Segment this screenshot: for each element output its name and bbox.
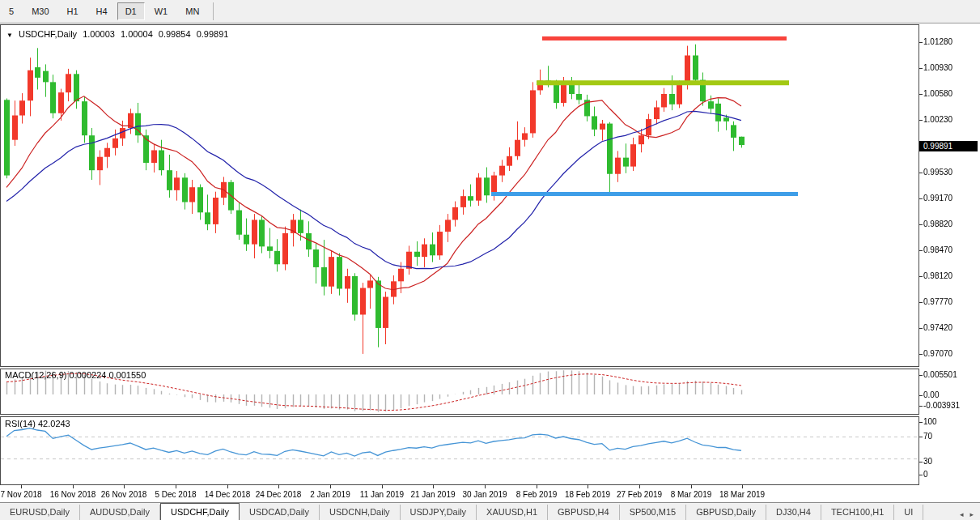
macd-axis-label: 0.005501 xyxy=(923,370,957,379)
rsi-axis-label: 0 xyxy=(923,470,928,479)
quote-open: 1.00003 xyxy=(83,29,115,39)
tab-USDCNH-Daily[interactable]: USDCNH,Daily xyxy=(320,505,401,520)
timeframe-m30[interactable]: M30 xyxy=(23,2,57,20)
price-chart-canvas[interactable] xyxy=(0,23,980,502)
date-axis-label: 2 Jan 2019 xyxy=(310,490,350,499)
tab-TECH100-H1[interactable]: TECH100,H1 xyxy=(821,505,894,520)
chart-tabs-bar: EURUSD,DailyAUDUSD,DailyUSDCHF,DailyUSDC… xyxy=(0,502,980,520)
timeframe-d1[interactable]: D1 xyxy=(117,2,145,20)
price-axis-label: 0.97420 xyxy=(923,323,952,332)
macd-label: MACD(12,26,9) xyxy=(5,370,66,380)
tab-GBPUSD-H4[interactable]: GBPUSD,H4 xyxy=(548,505,620,520)
tab-scroll-arrows: ◂▸ xyxy=(957,509,980,520)
timeframe-toolbar: 5M30H1H4D1W1MN xyxy=(0,0,980,23)
chart-title: ▼ USDCHF,Daily 1.00003 1.00004 0.99854 0… xyxy=(6,29,231,39)
tab-USDJPY-Daily[interactable]: USDJPY,Daily xyxy=(401,505,477,520)
price-axis-label: 0.98470 xyxy=(923,245,952,254)
chart-symbol-label: USDCHF,Daily xyxy=(19,29,77,39)
macd-indicator-title: MACD(12,26,9) 0.000224 0.001550 xyxy=(5,370,146,380)
macd-axis-label: -0.003931 xyxy=(923,401,960,410)
price-axis-label: 1.00580 xyxy=(923,89,952,98)
collapse-chart-icon[interactable]: ▼ xyxy=(6,32,13,39)
price-axis-label: 0.97070 xyxy=(923,349,952,358)
date-axis-label: 14 Dec 2018 xyxy=(205,490,251,499)
tab-SP500-M15[interactable]: SP500,M15 xyxy=(620,505,686,520)
price-axis-label: 0.99170 xyxy=(923,194,952,202)
date-axis-label: 24 Dec 2018 xyxy=(256,490,302,499)
date-axis-label: 8 Mar 2019 xyxy=(671,490,712,499)
tab-UI[interactable]: UI xyxy=(894,505,923,520)
tab-GBPUSD-Daily[interactable]: GBPUSD,Daily xyxy=(686,505,766,520)
date-axis-label: 21 Jan 2019 xyxy=(410,490,455,499)
tab-DJ30-H4[interactable]: DJ30,H4 xyxy=(766,505,821,520)
date-axis-label: 11 Jan 2019 xyxy=(360,490,404,499)
timeframe-h4[interactable]: H4 xyxy=(88,2,116,20)
macd-axis-label: 0.00 xyxy=(923,390,939,399)
date-axis-label: 18 Mar 2019 xyxy=(719,490,765,499)
rsi-axis-label: 30 xyxy=(923,457,932,466)
rsi-value: 42.0243 xyxy=(38,419,70,428)
macd-signal-value: 0.001550 xyxy=(108,370,146,380)
date-axis-label: 5 Dec 2018 xyxy=(155,490,196,499)
tab-scroll-left-icon[interactable]: ◂ xyxy=(957,509,967,520)
price-axis-label: 0.98120 xyxy=(923,271,952,280)
price-axis-label: 1.01280 xyxy=(923,37,952,46)
tab-USDCHF-Daily[interactable]: USDCHF,Daily xyxy=(160,503,240,520)
toolbar-separator xyxy=(213,2,214,20)
date-axis-label: 8 Feb 2019 xyxy=(516,490,558,499)
rsi-label: RSI(14) xyxy=(5,419,36,428)
price-axis-label: 1.00930 xyxy=(923,63,952,72)
macd-main-value: 0.000224 xyxy=(69,370,106,380)
tab-EURUSD-Daily[interactable]: EURUSD,Daily xyxy=(0,505,80,520)
timeframe-mn[interactable]: MN xyxy=(177,2,207,20)
tab-XAUUSD-H1[interactable]: XAUUSD,H1 xyxy=(477,505,548,520)
trading-terminal-window: 5M30H1H4D1W1MN ▼ USDCHF,Daily 1.00003 1.… xyxy=(0,0,980,520)
quote-close: 0.99891 xyxy=(197,29,229,39)
rsi-axis-label: 100 xyxy=(923,417,937,426)
quote-high: 1.00004 xyxy=(121,29,153,39)
price-axis-label: 0.97770 xyxy=(923,297,952,306)
tab-AUDUSD-Daily[interactable]: AUDUSD,Daily xyxy=(80,505,160,520)
date-axis-label: 30 Jan 2019 xyxy=(462,490,507,499)
current-price-badge: 0.99891 xyxy=(919,141,978,151)
price-axis-label: 0.98820 xyxy=(923,220,952,228)
rsi-axis-label: 70 xyxy=(923,432,932,441)
date-axis-label: 18 Feb 2019 xyxy=(565,490,610,499)
tab-USDCAD-Daily[interactable]: USDCAD,Daily xyxy=(240,505,320,520)
rsi-indicator-title: RSI(14) 42.0243 xyxy=(5,419,70,428)
timeframe-5[interactable]: 5 xyxy=(1,2,22,20)
date-axis-label: 27 Feb 2019 xyxy=(617,490,662,499)
price-axis-label: 1.00230 xyxy=(923,115,952,124)
timeframe-w1[interactable]: W1 xyxy=(146,2,176,20)
quote-low: 0.99854 xyxy=(159,29,191,39)
tab-scroll-right-icon[interactable]: ▸ xyxy=(966,509,977,520)
date-axis-label: 7 Nov 2018 xyxy=(0,490,41,499)
date-axis-label: 16 Nov 2018 xyxy=(50,490,96,499)
date-axis-label: 26 Nov 2018 xyxy=(101,490,147,499)
timeframe-h1[interactable]: H1 xyxy=(59,2,87,20)
price-axis-label: 0.99530 xyxy=(923,168,952,177)
